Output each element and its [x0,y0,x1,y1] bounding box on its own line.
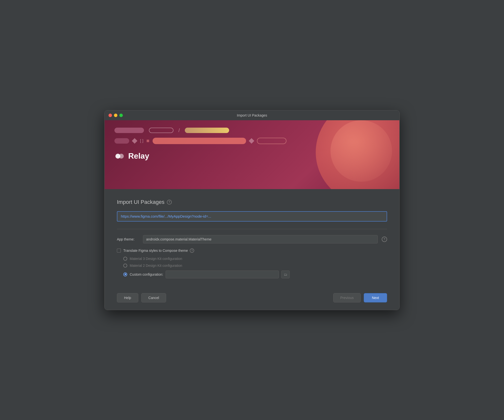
section-title-row: Import UI Packages ? [117,199,387,205]
decorative-pill-2 [149,128,173,133]
decorative-pill-1 [114,128,144,133]
slash-decoration: / [178,128,180,133]
cancel-button[interactable]: Cancel [141,293,166,302]
svg-point-1 [119,154,124,159]
folder-icon: 🗂 [284,272,287,276]
radio-row-material3: Material 3 Design Kit configuration [123,257,387,261]
previous-button[interactable]: Previous [333,293,361,302]
hero-row1: / [114,128,390,133]
divider [117,229,387,229]
custom-config-row: Custom configuration: 🗂 [130,270,290,278]
main-content: Import UI Packages ? App theme: ? Transl… [105,189,399,288]
translate-help-icon[interactable]: ? [190,248,194,253]
close-button[interactable] [109,114,112,117]
radio-label-material3: Material 3 Design Kit configuration [130,257,182,261]
folder-button[interactable]: 🗂 [281,270,290,278]
window: Import UI Packages / [ ] [104,110,400,310]
radio-group: Material 3 Design Kit configuration Mate… [123,257,387,278]
next-button[interactable]: Next [364,293,387,302]
radio-material2[interactable] [123,264,127,268]
decorative-pill-3 [185,128,229,133]
square-decoration [147,140,149,142]
title-bar: Import UI Packages [105,110,399,120]
help-button[interactable]: Help [117,293,138,302]
translate-checkbox-label: Translate Figma styles to Compose theme … [123,248,194,253]
relay-logo-icon [114,151,125,161]
window-controls [109,114,123,117]
translate-checkbox-row: Translate Figma styles to Compose theme … [117,248,387,253]
radio-custom[interactable] [123,272,127,276]
section-help-icon[interactable]: ? [167,200,172,205]
url-input[interactable] [121,214,383,218]
decorative-pill-salmon-outline [257,138,286,144]
radio-label-material2: Material 2 Design Kit configuration [130,264,182,268]
relay-logo-text: Relay [128,151,149,161]
footer: Help Cancel Previous Next [105,288,399,310]
relay-logo: Relay [114,151,390,161]
diamond-decoration-2 [249,138,254,144]
footer-left: Help Cancel [117,293,166,302]
hero-banner: / [ ] Relay [105,120,399,189]
hero-decoratives: / [ ] [114,128,390,144]
bracket-decoration: [ ] [140,139,143,143]
minimize-button[interactable] [114,114,117,117]
window-title: Import UI Packages [237,113,267,117]
app-theme-label: App theme: [117,237,139,241]
radio-row-custom: Custom configuration: 🗂 [123,270,387,278]
radio-label-custom: Custom configuration: [130,272,163,276]
translate-checkbox[interactable] [117,249,121,253]
radio-material3[interactable] [123,257,127,261]
footer-right: Previous Next [333,293,387,302]
app-theme-row: App theme: ? [117,235,387,243]
url-input-container[interactable] [117,211,387,222]
decorative-pill-salmon [153,138,246,144]
maximize-button[interactable] [119,114,123,117]
diamond-decoration [132,138,138,144]
app-theme-input[interactable] [143,235,378,243]
radio-row-material2: Material 2 Design Kit configuration [123,264,387,268]
section-title-text: Import UI Packages [117,199,164,205]
hero-row2: [ ] [114,138,390,144]
custom-config-input[interactable] [166,270,279,278]
decorative-pill-4 [114,138,129,144]
theme-help-icon[interactable]: ? [382,237,387,242]
